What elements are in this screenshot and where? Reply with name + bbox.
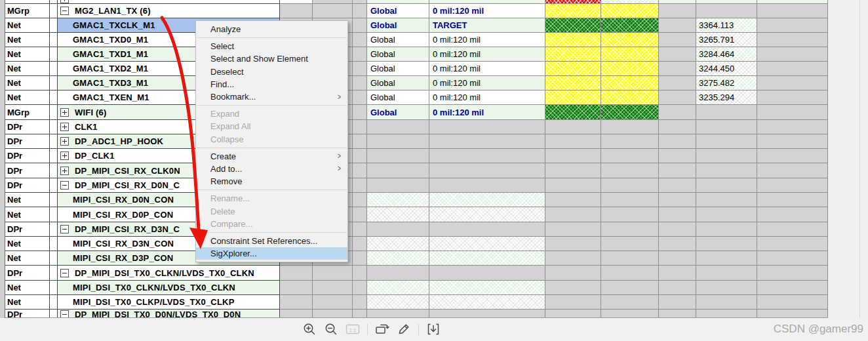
row-type-cell[interactable]: Net <box>5 90 50 105</box>
global-scope-cell[interactable] <box>367 134 429 149</box>
row-type-cell[interactable]: DPr <box>5 134 50 149</box>
menu-item-constraint-set-references[interactable]: Constraint Set References... <box>196 235 347 247</box>
row-type-cell[interactable]: Net <box>5 62 50 76</box>
margin-cell[interactable] <box>545 207 601 222</box>
propagation-delay-cell[interactable] <box>429 237 545 251</box>
margin-cell[interactable] <box>601 193 659 207</box>
rotate-icon[interactable] <box>375 322 389 336</box>
margin-cell[interactable] <box>601 120 659 134</box>
propagation-delay-cell[interactable] <box>429 163 545 178</box>
menu-item-analyze[interactable]: Analyze <box>196 23 347 35</box>
margin-cell[interactable] <box>601 281 659 295</box>
margin-cell[interactable] <box>601 90 659 105</box>
propagation-delay-cell[interactable]: 0 mil:120 mil <box>429 62 545 76</box>
margin-cell[interactable] <box>601 178 659 193</box>
menu-item-select[interactable]: Select <box>196 40 347 52</box>
row-type-cell[interactable]: Net <box>5 207 50 222</box>
margin-cell[interactable] <box>545 90 601 105</box>
global-scope-cell[interactable]: Global <box>367 105 429 120</box>
expand-icon[interactable] <box>60 0 69 3</box>
propagation-delay-cell[interactable]: TARGET <box>429 18 545 33</box>
global-scope-cell[interactable] <box>367 163 429 178</box>
propagation-delay-cell[interactable] <box>429 149 545 163</box>
margin-cell[interactable] <box>601 251 659 266</box>
propagation-delay-cell[interactable]: 0 mil:120 mil <box>429 33 545 47</box>
row-type-cell[interactable]: Net <box>5 193 50 207</box>
global-scope-cell[interactable] <box>367 207 429 222</box>
margin-cell[interactable] <box>545 76 601 90</box>
propagation-delay-cell[interactable]: 0 mil:120 mil <box>429 90 545 105</box>
propagation-delay-cell[interactable] <box>429 310 545 318</box>
margin-cell[interactable] <box>601 222 659 237</box>
row-type-cell[interactable]: DPr <box>5 120 50 134</box>
row-type-cell[interactable]: Net <box>5 47 50 62</box>
global-scope-cell[interactable]: Global <box>367 4 429 18</box>
margin-cell[interactable] <box>601 163 659 178</box>
menu-item-deselect[interactable]: Deselect <box>196 66 347 78</box>
collapse-icon[interactable] <box>60 269 69 277</box>
global-scope-cell[interactable]: Global <box>367 62 429 76</box>
propagation-delay-cell[interactable] <box>429 266 545 281</box>
net-name-cell[interactable]: MG2_LAN1_TX (6) <box>58 4 280 18</box>
margin-cell[interactable] <box>545 120 601 134</box>
collapse-icon[interactable] <box>60 7 69 15</box>
row-type-cell[interactable]: DPr <box>5 310 50 318</box>
margin-cell[interactable] <box>545 281 601 295</box>
menu-item-add-to[interactable]: Add to...> <box>196 163 347 175</box>
net-name-cell[interactable]: DP_MIPI_DSI_TX0_D0N/LVDS_TX0_D0N <box>58 310 280 318</box>
global-scope-cell[interactable] <box>367 120 429 134</box>
margin-cell[interactable] <box>545 105 601 120</box>
margin-cell[interactable] <box>601 18 659 33</box>
menu-item-remove[interactable]: Remove <box>196 175 347 188</box>
row-type-cell[interactable]: MGrp <box>5 105 50 120</box>
margin-cell[interactable] <box>545 295 601 310</box>
row-type-cell[interactable]: Net <box>5 18 50 33</box>
margin-cell[interactable] <box>601 149 659 163</box>
global-scope-cell[interactable]: Global <box>367 33 429 47</box>
collapse-icon[interactable] <box>60 181 69 190</box>
expand-icon[interactable] <box>60 123 69 131</box>
global-scope-cell[interactable] <box>367 266 429 281</box>
margin-cell[interactable] <box>545 178 601 193</box>
net-name-cell[interactable]: MIPI_DSI_TX0_CLKN/LVDS_TX0_CLKN <box>58 281 280 295</box>
row-type-cell[interactable]: Net <box>5 251 50 266</box>
margin-cell[interactable] <box>601 295 659 310</box>
global-scope-cell[interactable] <box>367 222 429 237</box>
row-type-cell[interactable]: Net <box>5 281 50 295</box>
download-icon[interactable] <box>426 322 441 336</box>
menu-item-find[interactable]: Find... <box>196 78 347 90</box>
margin-cell[interactable] <box>601 134 659 149</box>
row-type-cell[interactable]: MGrp <box>5 4 50 18</box>
global-scope-cell[interactable] <box>367 178 429 193</box>
global-scope-cell[interactable] <box>367 310 429 318</box>
margin-cell[interactable] <box>601 62 659 76</box>
row-type-cell[interactable]: Net <box>5 237 50 251</box>
expand-icon[interactable] <box>60 137 69 146</box>
edit-pencil-icon[interactable] <box>397 322 411 336</box>
margin-cell[interactable] <box>601 105 659 120</box>
margin-cell[interactable] <box>545 163 601 178</box>
margin-cell[interactable] <box>545 134 601 149</box>
margin-cell[interactable] <box>601 266 659 281</box>
propagation-delay-cell[interactable] <box>429 295 545 310</box>
global-scope-cell[interactable] <box>367 237 429 251</box>
margin-cell[interactable] <box>545 47 601 62</box>
propagation-delay-cell[interactable] <box>429 281 545 295</box>
menu-item-sigxplorer[interactable]: SigXplorer... <box>196 247 347 260</box>
margin-cell[interactable] <box>545 18 601 33</box>
row-type-cell[interactable]: Net <box>5 76 50 90</box>
global-scope-cell[interactable] <box>367 281 429 295</box>
global-scope-cell[interactable] <box>367 193 429 207</box>
propagation-delay-cell[interactable] <box>429 193 545 207</box>
expand-icon[interactable] <box>60 151 69 160</box>
global-scope-cell[interactable]: Global <box>367 18 429 33</box>
collapse-icon[interactable] <box>60 225 69 233</box>
zoom-out-icon[interactable] <box>324 322 338 336</box>
propagation-delay-cell[interactable] <box>429 222 545 237</box>
global-scope-cell[interactable] <box>367 251 429 266</box>
margin-cell[interactable] <box>545 310 601 318</box>
propagation-delay-cell[interactable] <box>429 134 545 149</box>
margin-cell[interactable] <box>545 4 601 18</box>
row-type-cell[interactable]: Net <box>5 295 50 310</box>
row-type-cell[interactable]: DPr <box>5 222 50 237</box>
